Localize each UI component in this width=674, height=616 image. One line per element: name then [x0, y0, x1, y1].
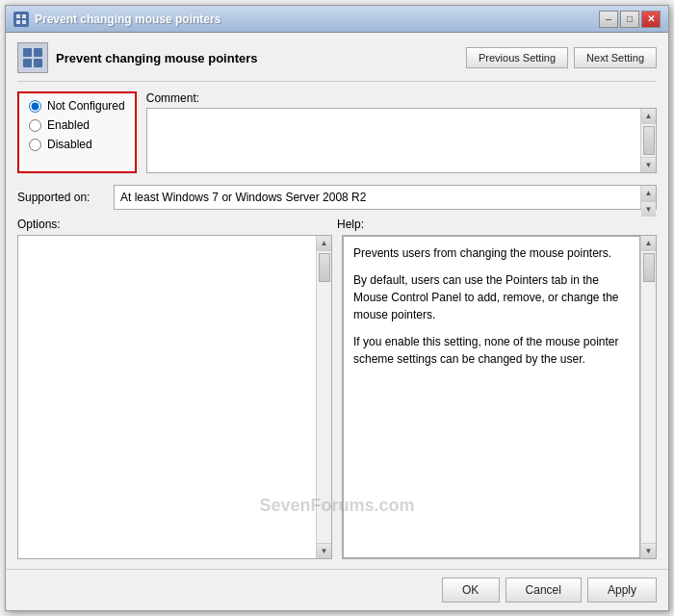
supported-label: Supported on:	[17, 191, 104, 204]
svg-rect-1	[22, 14, 26, 18]
footer: OK Cancel Apply	[6, 569, 668, 610]
comment-section: Comment: ▲ ▼	[146, 91, 657, 173]
options-scroll-down[interactable]: ▼	[317, 543, 331, 558]
previous-setting-button[interactable]: Previous Setting	[466, 47, 568, 68]
help-scroll-up[interactable]: ▲	[641, 236, 656, 251]
close-button[interactable]: ✕	[641, 11, 661, 28]
help-panel: Prevents users from changing the mouse p…	[343, 236, 640, 558]
comment-textarea[interactable]	[147, 109, 640, 172]
options-help-row: Options: Help:	[17, 218, 657, 231]
comment-scroll-down[interactable]: ▼	[641, 157, 656, 172]
comment-scrollbar: ▲ ▼	[640, 109, 656, 172]
radio-disabled[interactable]: Disabled	[29, 138, 125, 151]
title-bar-text: Prevent changing mouse pointers	[35, 13, 599, 26]
supported-scrollbar: ▲ ▼	[640, 186, 656, 209]
header-buttons: Previous Setting Next Setting	[466, 47, 657, 68]
radio-enabled-label: Enabled	[47, 118, 90, 132]
svg-rect-0	[16, 14, 20, 18]
svg-rect-4	[23, 48, 32, 57]
supported-scroll-down[interactable]: ▼	[641, 201, 656, 217]
options-scrollbar: ▲ ▼	[316, 236, 331, 558]
help-paragraph-3: If you enable this setting, none of the …	[353, 333, 630, 368]
main-panel: Not Configured Enabled Disabled Comment:	[17, 91, 657, 559]
options-panel-container: ▲ ▼	[17, 235, 332, 559]
help-scroll-down[interactable]: ▼	[641, 543, 656, 558]
help-paragraph-2: By default, users can use the Pointers t…	[353, 271, 630, 323]
help-panel-container: Prevents users from changing the mouse p…	[342, 235, 657, 559]
options-scroll-thumb[interactable]	[319, 253, 330, 282]
supported-scroll-up[interactable]: ▲	[641, 186, 656, 201]
title-bar: Prevent changing mouse pointers – □ ✕	[6, 6, 668, 33]
comment-scroll-thumb[interactable]	[643, 126, 655, 155]
cancel-button[interactable]: Cancel	[506, 578, 582, 603]
next-setting-button[interactable]: Next Setting	[574, 47, 657, 68]
help-scroll-thumb[interactable]	[643, 253, 655, 282]
svg-rect-3	[22, 20, 26, 24]
options-scroll-up[interactable]: ▲	[317, 236, 331, 251]
help-scrollbar: ▲ ▼	[640, 236, 656, 558]
minimize-button[interactable]: –	[599, 11, 618, 28]
title-bar-controls: – □ ✕	[599, 11, 661, 28]
options-label: Options:	[17, 218, 337, 231]
panels-row: ▲ ▼ Prevents users from changing the mou…	[17, 235, 657, 559]
apply-button[interactable]: Apply	[587, 578, 657, 603]
ok-button[interactable]: OK	[442, 578, 500, 603]
maximize-button[interactable]: □	[620, 11, 639, 28]
radio-disabled-label: Disabled	[47, 138, 92, 151]
header-title: Prevent changing mouse pointers	[56, 51, 258, 65]
radio-not-configured[interactable]: Not Configured	[29, 99, 125, 113]
header-icon	[17, 42, 48, 73]
svg-rect-2	[16, 20, 20, 24]
svg-rect-6	[23, 59, 32, 67]
title-bar-icon	[13, 12, 29, 27]
radio-group: Not Configured Enabled Disabled	[17, 91, 137, 173]
radio-not-configured-label: Not Configured	[47, 99, 125, 113]
options-panel	[18, 236, 316, 558]
radio-enabled[interactable]: Enabled	[29, 118, 125, 132]
comment-scroll-up[interactable]: ▲	[641, 109, 656, 124]
header-section: Prevent changing mouse pointers Previous…	[17, 42, 657, 82]
comment-label: Comment:	[146, 91, 657, 105]
main-window: Prevent changing mouse pointers – □ ✕ Pr…	[5, 5, 669, 611]
radio-enabled-input[interactable]	[29, 119, 41, 132]
radio-disabled-input[interactable]	[29, 139, 41, 151]
radio-comment-row: Not Configured Enabled Disabled Comment:	[17, 91, 657, 173]
svg-rect-5	[34, 48, 42, 57]
svg-rect-7	[34, 59, 42, 67]
supported-value: At least Windows 7 or Windows Server 200…	[115, 186, 640, 209]
content-area: Prevent changing mouse pointers Previous…	[6, 33, 668, 569]
help-paragraph-1: Prevents users from changing the mouse p…	[353, 244, 630, 262]
help-label: Help:	[337, 218, 657, 231]
supported-row: Supported on: At least Windows 7 or Wind…	[17, 185, 657, 210]
radio-not-configured-input[interactable]	[29, 100, 41, 113]
header-left: Prevent changing mouse pointers	[17, 42, 258, 73]
